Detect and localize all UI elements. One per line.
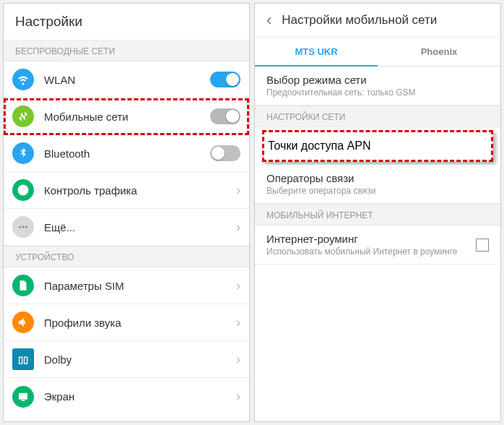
network-mode-label: Выбор режима сети (266, 74, 489, 86)
mobile-networks-row[interactable]: Мобильные сети (4, 98, 249, 135)
back-button[interactable]: ‹ (266, 12, 271, 28)
bluetooth-row[interactable]: Bluetooth (4, 135, 249, 172)
mobile-networks-label: Мобильные сети (44, 111, 210, 123)
chevron-right-icon: › (236, 352, 240, 367)
wlan-row[interactable]: WLAN (4, 61, 249, 98)
roaming-label: Интернет-роуминг (266, 233, 466, 245)
section-mobile-internet: МОБИЛЬНЫЙ ИНТЕРНЕТ (255, 204, 500, 226)
bluetooth-icon (12, 142, 34, 164)
more-row[interactable]: Ещё... › (4, 209, 249, 246)
svg-rect-3 (19, 392, 27, 399)
operators-label: Операторы связи (266, 172, 489, 184)
mobile-data-icon (12, 106, 34, 127)
sim-label: Параметры SIM (44, 280, 236, 292)
sound-label: Профили звука (44, 317, 236, 329)
traffic-row[interactable]: Контроль трафика › (4, 172, 249, 209)
dolby-row[interactable]: ▯▯ Dolby › (4, 341, 249, 378)
bluetooth-toggle[interactable] (210, 145, 240, 161)
section-wireless: БЕСПРОВОДНЫЕ СЕТИ (4, 40, 249, 61)
page-title: Настройки (4, 4, 249, 40)
apn-row[interactable]: Точки доступа APN (262, 130, 493, 162)
chevron-right-icon: › (236, 278, 240, 293)
more-icon (12, 216, 34, 238)
roaming-row[interactable]: Интернет-роуминг Использовать мобильный … (255, 226, 500, 265)
svg-point-1 (22, 226, 25, 228)
roaming-checkbox[interactable] (476, 239, 489, 252)
operators-sub: Выберите оператора связи (266, 186, 489, 196)
chevron-right-icon: › (236, 220, 240, 235)
display-icon (12, 386, 34, 408)
sim-tabs: MTS UKR Phoenix (255, 38, 500, 66)
settings-screen: Настройки БЕСПРОВОДНЫЕ СЕТИ WLAN Мобильн… (3, 3, 250, 422)
display-label: Экран (44, 390, 236, 403)
dolby-icon: ▯▯ (12, 348, 34, 370)
network-mode-sub: Предпочтительная сеть: только GSM (266, 87, 489, 98)
bluetooth-label: Bluetooth (44, 147, 210, 160)
chevron-right-icon: › (236, 389, 240, 404)
section-network-settings: НАСТРОЙКИ СЕТИ (255, 106, 500, 127)
sim-icon (12, 275, 34, 296)
wlan-toggle[interactable] (210, 72, 240, 87)
tab-phoenix[interactable]: Phoenix (378, 38, 500, 66)
display-row[interactable]: Экран › (4, 378, 249, 415)
chevron-right-icon: › (236, 315, 240, 330)
wlan-label: WLAN (44, 74, 210, 86)
svg-point-2 (25, 226, 27, 228)
header: ‹ Настройки мобильной сети (255, 4, 500, 38)
apn-label: Точки доступа APN (268, 139, 370, 153)
more-label: Ещё... (44, 221, 236, 233)
sound-icon (12, 312, 34, 333)
traffic-label: Контроль трафика (44, 184, 236, 197)
page-title: Настройки мобильной сети (282, 13, 437, 27)
mobile-network-screen: ‹ Настройки мобильной сети MTS UKR Phoen… (254, 3, 501, 422)
sound-row[interactable]: Профили звука › (4, 304, 249, 341)
mobile-networks-toggle[interactable] (210, 108, 240, 124)
section-device: УСТРОЙСТВО (4, 246, 249, 267)
sim-row[interactable]: Параметры SIM › (4, 267, 249, 304)
traffic-icon (12, 179, 34, 201)
operators-row[interactable]: Операторы связи Выберите оператора связи (255, 165, 500, 204)
chevron-right-icon: › (236, 183, 240, 198)
roaming-sub: Использовать мобильный Интернет в роумин… (266, 246, 466, 257)
svg-rect-4 (22, 400, 25, 401)
wifi-icon (12, 69, 34, 90)
dolby-label: Dolby (44, 353, 236, 366)
tab-mts-ukr[interactable]: MTS UKR (255, 38, 378, 66)
network-mode-row[interactable]: Выбор режима сети Предпочтительная сеть:… (255, 66, 500, 106)
svg-point-0 (19, 226, 21, 228)
